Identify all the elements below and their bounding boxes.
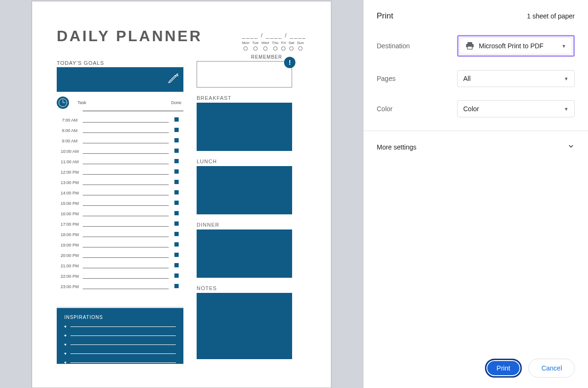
time-label: 8:00 AM	[57, 128, 83, 133]
schedule-row: 23:00 PM	[57, 279, 183, 289]
task-line	[83, 251, 169, 258]
task-line	[83, 168, 169, 175]
day-label: Mon	[242, 41, 250, 45]
breakfast-box	[197, 103, 292, 151]
heart-icon: ♥	[64, 325, 67, 329]
time-label: 10:00 AM	[57, 149, 83, 154]
done-checkbox	[174, 138, 179, 142]
time-label: 15:00 PM	[57, 201, 83, 206]
time-label: 22:00 PM	[57, 274, 83, 279]
svg-rect-5	[467, 46, 472, 49]
print-title: Print	[377, 11, 393, 21]
schedule-row: 7:00 AM	[57, 112, 183, 123]
inspirations-box: INSPIRATIONS ♥ ♥ ♥ ♥ ♥	[57, 308, 183, 364]
task-line	[83, 241, 169, 247]
print-button[interactable]: Print	[485, 359, 522, 378]
time-label: 11:00 AM	[57, 159, 83, 164]
chevron-down-icon: ▼	[564, 106, 569, 112]
svg-rect-3	[467, 42, 472, 44]
done-header: Done	[169, 100, 183, 105]
date-block: ____ / ____ / ____ Mon Tue Wed Thu Fri S…	[242, 32, 306, 51]
day-label: Thu	[272, 41, 278, 45]
time-label: 12:00 PM	[57, 170, 83, 175]
notes-label: NOTES	[197, 285, 292, 291]
lunch-label: LUNCH	[197, 159, 292, 164]
schedule-row: 11:00 AM	[57, 154, 183, 164]
pencil-icon	[167, 73, 179, 87]
document-preview: DAILY PLANNER ____ / ____ / ____ Mon Tue…	[32, 1, 331, 388]
task-line	[83, 262, 169, 268]
alert-icon: !	[284, 57, 295, 68]
task-line	[83, 199, 169, 206]
time-label: 17:00 PM	[57, 222, 83, 227]
clock-icon	[57, 97, 69, 109]
remember-label: REMEMBER	[251, 54, 282, 60]
day-checkbox	[253, 46, 258, 51]
time-label: 23:00 PM	[57, 284, 83, 289]
svg-point-0	[176, 74, 177, 75]
task-line	[83, 126, 169, 133]
schedule-row: 12:00 PM	[57, 164, 183, 175]
time-label: 9:00 AM	[57, 139, 83, 143]
done-checkbox	[174, 273, 179, 278]
dinner-box	[197, 229, 292, 278]
color-select[interactable]: Color ▼	[457, 100, 575, 117]
goals-label: TODAY'S GOALS	[57, 60, 183, 66]
heart-icon: ♥	[64, 334, 67, 338]
done-checkbox	[174, 232, 179, 236]
done-checkbox	[174, 149, 179, 153]
done-checkbox	[174, 169, 179, 174]
schedule-row: 13:00 PM	[57, 175, 183, 185]
schedule-row: 14:00 PM	[57, 185, 183, 195]
schedule-row: 10:00 AM	[57, 143, 183, 154]
task-line	[83, 147, 169, 154]
done-checkbox	[174, 253, 179, 257]
schedule-row: 18:00 PM	[57, 227, 183, 237]
day-checkbox	[289, 46, 294, 51]
svg-point-2	[177, 74, 178, 74]
time-label: 7:00 AM	[57, 118, 83, 123]
cancel-button[interactable]: Cancel	[528, 359, 575, 378]
done-checkbox	[174, 242, 179, 247]
date-line: ____ / ____ / ____	[242, 32, 306, 39]
done-checkbox	[174, 284, 179, 288]
schedule-row: 8:00 AM	[57, 123, 183, 133]
task-header: Task	[76, 100, 169, 105]
time-label: 19:00 PM	[57, 243, 83, 247]
day-checkbox	[281, 46, 285, 51]
printer-icon	[466, 42, 474, 50]
done-checkbox	[174, 117, 179, 122]
task-line	[83, 272, 169, 279]
notes-box	[197, 293, 292, 359]
heart-icon: ♥	[64, 361, 67, 365]
destination-select[interactable]: Microsoft Print to PDF ▼	[459, 37, 572, 54]
lunch-box	[197, 166, 292, 214]
time-label: 16:00 PM	[57, 212, 83, 216]
planner-title: DAILY PLANNER	[57, 27, 202, 45]
day-checkbox	[243, 46, 248, 51]
day-label: Tue	[252, 41, 259, 45]
time-label: 14:00 PM	[57, 191, 83, 195]
print-dialog: Print 1 sheet of paper Destination Micro…	[363, 0, 588, 388]
day-label: Fri	[281, 41, 285, 45]
schedule-row: 17:00 PM	[57, 216, 183, 227]
chevron-down-icon	[567, 142, 575, 151]
done-checkbox	[174, 190, 179, 194]
day-checkbox	[263, 46, 268, 51]
task-line	[83, 189, 169, 195]
time-label: 13:00 PM	[57, 180, 83, 185]
task-line	[83, 116, 169, 123]
task-line	[83, 158, 169, 164]
chevron-down-icon: ▼	[564, 76, 569, 81]
pages-select[interactable]: All ▼	[457, 70, 575, 87]
destination-highlight: Microsoft Print to PDF ▼	[457, 35, 575, 57]
schedule-row: 19:00 PM	[57, 237, 183, 247]
schedule-row: 16:00 PM	[57, 206, 183, 216]
print-preview-area: DAILY PLANNER ____ / ____ / ____ Mon Tue…	[0, 0, 363, 388]
heart-icon: ♥	[64, 352, 67, 356]
task-line	[83, 178, 169, 185]
done-checkbox	[174, 201, 179, 205]
day-checkbox	[298, 46, 303, 51]
time-label: 20:00 PM	[57, 253, 83, 258]
more-settings-toggle[interactable]: More settings	[377, 142, 575, 157]
